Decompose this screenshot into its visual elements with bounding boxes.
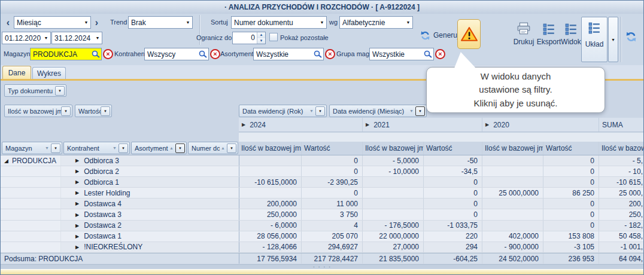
table-row: ◢ ▶ Dostawca 1 28 056,0000 205 070 22 00… [1,231,643,242]
row-field-kontrahent[interactable]: Kontrahent ▼ ▼ [63,142,130,154]
tab-wykres[interactable]: Wykres [32,67,66,79]
column-header[interactable]: Wartość [301,142,362,155]
expand-collapsed-icon[interactable]: ▶ [75,190,79,195]
row-field-numer-dokumentu[interactable]: Numer dokumentu ▲ ▼ [188,142,238,154]
spinner-down-icon[interactable]: ▼ [257,38,265,44]
column-field-miesiac[interactable]: Data ewidencji (Miesiąc) ▼ ▼ [329,105,427,117]
expand-icon[interactable]: ▶ [242,122,245,127]
value-cell [239,155,301,166]
expand-collapsed-icon[interactable]: ▶ [75,158,79,163]
value-cell [482,166,543,176]
value-cell: 25 000,0000 [482,188,543,198]
period-combo[interactable]: Miesiąc ▼ [14,16,91,29]
expand-collapsed-icon[interactable]: ▶ [75,179,79,185]
kontrahent-filter-field[interactable]: Wszyscy [144,48,209,60]
row-name-label: Dostawca 2 [84,221,121,230]
horizontal-splitter[interactable]: · · · · [1,264,643,269]
column-header[interactable]: Wartość [543,142,599,155]
value-cell: - 5, [599,155,643,166]
wg-combo[interactable]: Alfabetycznie ▼ [339,16,413,29]
sort-combo[interactable]: Numer dokumentu ▼ [231,16,327,29]
magazyn-cell: ◢ [1,166,60,176]
filter-dropdown-button[interactable]: ▼ [315,106,325,116]
show-rest-checkbox[interactable] [269,33,278,41]
search-icon[interactable] [90,49,101,59]
data-field-wartosc[interactable]: Wartość ▼ [75,105,112,117]
filter-dropdown-button[interactable]: ▼ [119,143,128,153]
expand-icon[interactable]: ▶ [485,122,489,127]
clear-filter-button[interactable]: × [325,49,335,59]
grupa-mag-filter-field[interactable]: Wszystkie [369,48,434,60]
filters-callout[interactable]: W widoku danych ustawione są filtry. Kli… [426,67,605,113]
row-field-magazyn[interactable]: Magazyn ▼ ▼ [2,142,62,154]
data-field-ilosc[interactable]: Ilość w bazowej jm ▼ [4,105,72,117]
value-cell: 0 [423,188,482,198]
year-group-2020[interactable]: ▶ 2020 [482,118,599,132]
date-to-combo[interactable]: 31.12.2024 ▼ [51,32,102,44]
magazyn-filter-field[interactable]: PRODUKCJA [30,48,102,60]
column-header[interactable]: Ilość w bazowej jm [239,142,301,155]
value-cell: 0 [543,221,599,231]
value-cell: - 6,0000 [239,221,301,231]
prev-period-button[interactable]: ‹ [3,16,13,29]
expand-collapsed-icon[interactable]: ▶ [75,169,79,174]
value-cell: 200, [599,198,643,209]
search-icon[interactable] [197,49,208,59]
clear-filter-button[interactable]: × [435,49,445,59]
column-header[interactable]: Wartość [423,142,482,155]
kontrahent-cell[interactable]: ▶ Odbiorca 1 [60,177,239,187]
app-window: · ANALIZA PRZYCHODÓW I ROZCHODÓW · [ A-9… [0,0,644,275]
expand-collapsed-icon[interactable]: ▶ [75,212,79,218]
row-field-asortyment[interactable]: Asortyment ▲ ▼ [131,142,187,154]
kontrahent-cell[interactable]: ▶ !NIEOKREŚLONY [60,242,239,252]
next-period-button[interactable]: › [92,16,102,29]
total-row: Podsuma: PRODUKCJA 17 756,5934 217 728,4… [1,253,643,264]
layout-dropdown-button[interactable]: ▼ [608,17,618,62]
generate-button[interactable]: Generuj [420,29,459,42]
column-header[interactable]: Ilość w bazowej jm [599,142,643,155]
kontrahent-cell[interactable]: ▶ Dostawca 4 [60,198,239,209]
column-field-rok[interactable]: Data ewidencji (Rok) ▼ ▼ [239,105,327,117]
year-group-2021[interactable]: ▶ 2021 [362,118,482,132]
value-cell [482,221,543,231]
kontrahent-cell[interactable]: ▶ Lester Holding [60,188,239,198]
year-group-2024[interactable]: ▶ 2024 [239,118,362,132]
filter-dropdown-button-active[interactable]: ▼ [175,143,185,153]
value-cell: -1 001, [599,242,643,252]
kontrahent-cell[interactable]: ▶ Odbiorca 3 [60,155,239,166]
filter-dropdown-button[interactable]: ▼ [55,86,65,96]
date-from-combo[interactable]: 01.12.2020 ▼ [2,32,51,44]
column-header[interactable]: Ilość w bazowej jm [482,142,543,155]
filter-dropdown-button-active[interactable]: ▼ [415,106,425,116]
filter-dropdown-button[interactable]: ▼ [51,143,60,153]
filter-field-typ-dokumentu[interactable]: Typ dokumentu ▼ [4,84,66,97]
expand-icon[interactable]: ▶ [366,122,369,127]
expand-collapsed-icon[interactable]: ▶ [75,223,79,228]
limit-spinner[interactable]: 0 ▲ ▼ [232,32,266,44]
filter-dropdown-button[interactable]: ▼ [227,143,236,153]
collapse-expanded-icon[interactable]: ◢ [4,158,8,164]
trend-combo[interactable]: Brak ▼ [128,16,193,29]
layout-button[interactable]: Układ [581,17,607,62]
search-icon[interactable] [312,49,323,59]
spinner-up-icon[interactable]: ▲ [257,32,265,38]
refresh-button[interactable] [625,31,637,42]
kontrahent-cell[interactable]: ▶ Dostawca 1 [60,231,239,242]
limit-label: Ogranicz do [196,33,232,42]
expand-collapsed-icon[interactable]: ▶ [75,245,79,250]
clear-filter-button[interactable]: × [103,49,113,59]
kontrahent-cell[interactable]: ▶ Dostawca 2 [60,221,239,231]
filter-dropdown-button[interactable]: ▼ [101,106,110,116]
expand-collapsed-icon[interactable]: ▶ [75,234,79,239]
clear-filter-button[interactable]: × [210,49,220,59]
filter-dropdown-button[interactable]: ▼ [61,106,71,116]
filters-warning-button[interactable] [457,19,481,49]
magazyn-cell: ◢ PRODUKCJA [1,155,60,166]
tab-dane[interactable]: Dane [2,66,31,79]
column-header[interactable]: Ilość w bazowej jm [362,142,423,155]
kontrahent-cell[interactable]: ▶ Dostawca 3 [60,209,239,219]
asortyment-filter-field[interactable]: Wszystkie [253,48,324,60]
expand-collapsed-icon[interactable]: ▶ [75,201,79,206]
kontrahent-cell[interactable]: ▶ Odbiorca 2 [60,166,239,176]
search-icon[interactable] [422,49,433,59]
